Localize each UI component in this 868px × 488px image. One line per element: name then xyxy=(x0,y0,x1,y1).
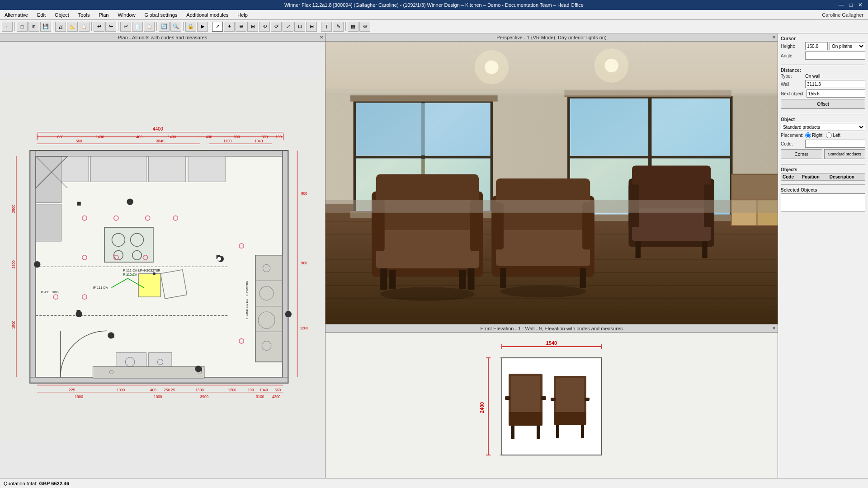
cursor-section-label: Cursor xyxy=(781,36,865,41)
tool8-btn[interactable]: ⊟ xyxy=(306,22,317,32)
menu-global-settings[interactable]: Global settings xyxy=(140,11,182,19)
undo-btn[interactable]: ↩ xyxy=(94,22,104,32)
play-btn[interactable]: ▶ xyxy=(197,22,208,32)
svg-text:100: 100 xyxy=(275,135,282,139)
cursor-height-input[interactable] xyxy=(805,42,828,50)
svg-text:IF PSMHBD: IF PSMHBD xyxy=(245,281,248,296)
standard-products-btn[interactable]: Standard products xyxy=(824,149,866,159)
svg-rect-164 xyxy=(389,270,396,289)
plan-content[interactable]: 4400 800 1400 400 1400 400 600 600 100 5… xyxy=(0,42,325,478)
redo-btn[interactable]: ↪ xyxy=(105,22,116,32)
distance-next-row: Next object: xyxy=(781,89,865,98)
draw-btn[interactable]: ✎ xyxy=(333,22,344,32)
elevation-content[interactable]: 1540 2400 xyxy=(326,333,778,478)
menu-additional-modules[interactable]: Additional modules xyxy=(182,11,233,19)
menu-help[interactable]: Help xyxy=(233,11,252,19)
save-btn[interactable]: 💾 xyxy=(40,22,51,32)
lock-btn[interactable]: 🔒 xyxy=(185,22,196,32)
main-area: Plan - All units with codes and measures… xyxy=(0,33,868,478)
svg-rect-34 xyxy=(104,227,153,262)
svg-text:IF-CDL1008: IF-CDL1008 xyxy=(41,290,58,294)
text-btn[interactable]: T xyxy=(321,22,332,32)
plan-close-btn[interactable]: ✕ xyxy=(320,35,323,40)
open-btn[interactable]: ⊞ xyxy=(28,22,39,32)
close-btn[interactable]: ✕ xyxy=(856,2,864,8)
object-section: Object Standard products Placement: Righ… xyxy=(781,117,865,160)
tool3-btn[interactable]: ⊞ xyxy=(247,22,258,32)
plan-title-bar: Plan - All units with codes and measures… xyxy=(0,33,325,42)
objects-section-label: Objects xyxy=(781,167,865,172)
menu-tools[interactable]: Tools xyxy=(74,11,94,19)
objects-table: Code Position Description xyxy=(781,173,865,181)
title-bar: Winner Flex 12.2a1.8 [300094] (Gallagher… xyxy=(0,0,868,10)
svg-rect-204 xyxy=(556,425,559,438)
svg-rect-202 xyxy=(556,378,584,414)
grid-btn[interactable]: ▦ xyxy=(348,22,359,32)
distance-wall-row: Wall: xyxy=(781,80,865,88)
perspective-close-btn[interactable]: ✕ xyxy=(772,35,776,40)
menu-plan[interactable]: Plan xyxy=(94,11,113,19)
plan-svg[interactable]: 4400 800 1400 400 1400 400 600 600 100 5… xyxy=(0,42,325,478)
placement-left-option[interactable]: Left xyxy=(826,132,840,138)
tool6-btn[interactable]: ⤢ xyxy=(283,22,293,32)
maximize-btn[interactable]: □ xyxy=(848,2,854,8)
svg-rect-23 xyxy=(30,151,288,156)
tool2-btn[interactable]: ⊕ xyxy=(236,22,246,32)
tool1-btn[interactable]: ✦ xyxy=(224,22,235,32)
col-position: Position xyxy=(800,174,828,181)
paste-btn[interactable]: 📋 xyxy=(144,22,155,32)
svg-text:560: 560 xyxy=(76,139,82,143)
title-bar-controls[interactable]: — □ ✕ xyxy=(837,2,864,8)
refresh-btn[interactable]: 🔄 xyxy=(159,22,170,32)
print2-btn[interactable]: 📐 xyxy=(67,22,78,32)
menu-window[interactable]: Window xyxy=(113,11,140,19)
menu-object[interactable]: Object xyxy=(50,11,74,19)
distance-wall-input[interactable] xyxy=(805,80,865,88)
tool7-btn[interactable]: ⊡ xyxy=(294,22,305,32)
cut-btn[interactable]: ✂ xyxy=(120,22,131,32)
placement-right-option[interactable]: Right xyxy=(805,132,822,138)
svg-point-53 xyxy=(153,272,156,275)
zoom-btn[interactable]: 🔍 xyxy=(170,22,181,32)
title-text: Winner Flex 12.2a1.8 [300094] (Gallagher… xyxy=(284,2,584,8)
back-btn[interactable]: ← xyxy=(2,22,13,32)
object-type-select[interactable]: Standard products xyxy=(781,123,865,131)
svg-text:1540: 1540 xyxy=(546,340,557,346)
minimize-btn[interactable]: — xyxy=(837,2,846,8)
elevation-close-btn[interactable]: ✕ xyxy=(772,326,776,331)
select-btn[interactable]: ↗ xyxy=(212,22,223,32)
distance-wall-label: Wall: xyxy=(781,82,803,87)
corner-btn[interactable]: Corner xyxy=(781,149,822,159)
print-btn[interactable]: 🖨 xyxy=(55,22,66,32)
menu-alternative[interactable]: Alternative xyxy=(0,11,33,19)
perspective-3d-view[interactable] xyxy=(326,42,778,324)
snap-btn[interactable]: ⊗ xyxy=(359,22,370,32)
svg-rect-196 xyxy=(509,412,542,426)
svg-point-153 xyxy=(594,48,629,83)
svg-rect-182 xyxy=(326,200,778,212)
tool5-btn[interactable]: ⟳ xyxy=(271,22,282,32)
svg-text:600: 600 xyxy=(234,135,240,139)
menu-edit[interactable]: Edit xyxy=(33,11,50,19)
svg-text:900: 900 xyxy=(301,261,307,265)
menu-bar: Alternative Edit Object Tools Plan Windo… xyxy=(0,10,868,20)
svg-text:4400: 4400 xyxy=(153,127,163,131)
cursor-height-row: Height: On plinths xyxy=(781,42,865,50)
svg-text:1300: 1300 xyxy=(196,388,204,392)
placement-label: Placement: xyxy=(781,133,803,138)
cursor-height-dropdown[interactable]: On plinths xyxy=(830,42,865,50)
new-btn[interactable]: □ xyxy=(17,22,28,32)
svg-point-116 xyxy=(127,198,133,205)
distance-next-input[interactable] xyxy=(807,89,865,98)
svg-text:1040: 1040 xyxy=(255,139,263,143)
copy-btn[interactable]: 📄 xyxy=(132,22,143,32)
svg-point-118 xyxy=(285,311,292,317)
tool4-btn[interactable]: ⟲ xyxy=(259,22,270,32)
offset-btn[interactable]: Offset xyxy=(781,99,865,109)
cursor-angle-input[interactable] xyxy=(805,52,865,60)
print3-btn[interactable]: 📋 xyxy=(79,22,90,32)
elevation-title: Front Elevation - 1 : Wall - 9, Elevatio… xyxy=(480,326,623,331)
svg-text:1400: 1400 xyxy=(96,135,104,139)
svg-text:1200: 1200 xyxy=(228,388,236,392)
code-input[interactable] xyxy=(805,140,865,148)
